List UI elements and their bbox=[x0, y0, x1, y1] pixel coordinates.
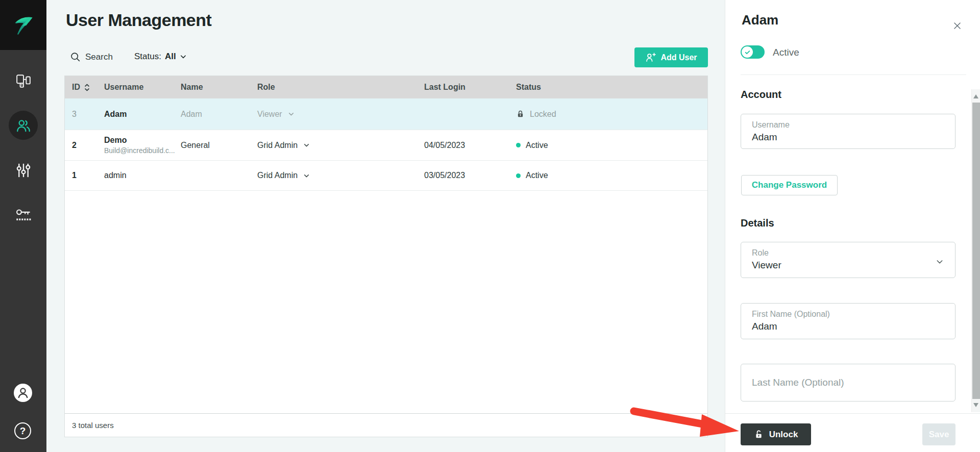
scrollbar-thumb[interactable] bbox=[972, 103, 980, 399]
status-filter-dropdown[interactable]: Status: All bbox=[134, 52, 187, 62]
save-button[interactable]: Save bbox=[922, 423, 955, 445]
active-status-dot bbox=[516, 143, 521, 147]
check-icon bbox=[744, 49, 751, 56]
first-name-field-value: Adam bbox=[752, 321, 944, 332]
account-section-heading: Account bbox=[741, 89, 781, 101]
cell-name: General bbox=[181, 141, 257, 150]
sidebar-item-license[interactable] bbox=[9, 200, 38, 229]
status-filter-value: All bbox=[165, 52, 176, 62]
cell-status: Locked bbox=[516, 110, 707, 119]
cell-name: Adam bbox=[181, 110, 257, 119]
license-key-icon bbox=[15, 208, 32, 221]
user-details-panel: Adam Active Account Username Adam Change… bbox=[725, 0, 980, 452]
sidebar-item-settings[interactable] bbox=[9, 156, 38, 185]
cell-id: 1 bbox=[72, 171, 104, 180]
help-icon: ? bbox=[14, 422, 31, 439]
column-header-id[interactable]: ID bbox=[72, 83, 104, 92]
unlock-button[interactable]: Unlock bbox=[741, 423, 811, 445]
unlock-button-label: Unlock bbox=[769, 430, 798, 440]
table-row-demo[interactable]: 2 Demo Build@incredibuild.c... General G… bbox=[65, 130, 707, 161]
chevron-down-icon bbox=[303, 142, 310, 148]
divider bbox=[725, 413, 980, 414]
cell-username: Adam bbox=[104, 110, 181, 119]
lock-icon bbox=[516, 110, 525, 118]
search-input[interactable]: Search bbox=[70, 52, 113, 62]
column-header-username: Username bbox=[104, 83, 181, 92]
last-name-field-placeholder: Last Name (Optional) bbox=[752, 377, 844, 388]
username-field-label: Username bbox=[752, 120, 944, 130]
divider bbox=[741, 74, 966, 75]
cell-id: 2 bbox=[72, 141, 104, 150]
scroll-down-icon[interactable] bbox=[973, 403, 978, 407]
unlock-icon bbox=[754, 430, 764, 439]
sidebar-item-users[interactable] bbox=[9, 111, 38, 140]
active-status-toggle[interactable] bbox=[741, 45, 765, 59]
table-row-admin[interactable]: 1 admin Grid Admin 03/05/2023 Active bbox=[65, 161, 707, 191]
status-filter-label: Status: bbox=[134, 52, 161, 62]
column-header-status: Status bbox=[516, 83, 707, 92]
cell-id: 3 bbox=[72, 110, 104, 119]
close-panel-button[interactable] bbox=[950, 18, 964, 33]
add-user-icon bbox=[645, 52, 656, 63]
cell-status: Active bbox=[516, 141, 707, 150]
toggle-knob bbox=[742, 46, 753, 58]
username-field-value: Adam bbox=[752, 132, 944, 143]
column-header-role: Role bbox=[257, 83, 424, 92]
first-name-field[interactable]: First Name (Optional) Adam bbox=[741, 303, 955, 339]
add-user-button[interactable]: Add User bbox=[634, 47, 708, 67]
chevron-down-icon bbox=[303, 172, 310, 179]
sidebar-item-help[interactable]: ? bbox=[14, 422, 31, 439]
chevron-down-icon bbox=[288, 111, 295, 117]
last-name-field[interactable]: Last Name (Optional) bbox=[741, 364, 955, 401]
first-name-field-label: First Name (Optional) bbox=[752, 310, 944, 319]
change-password-button[interactable]: Change Password bbox=[741, 175, 838, 195]
brand-logo[interactable] bbox=[0, 0, 46, 50]
chevron-down-icon bbox=[936, 258, 944, 266]
status-label: Active bbox=[526, 141, 548, 150]
cell-username: admin bbox=[104, 171, 181, 180]
details-section-heading: Details bbox=[741, 217, 774, 229]
table-footer: 3 total users bbox=[65, 413, 707, 437]
sliders-icon bbox=[16, 163, 31, 178]
users-table: ID Username Name Role Last Login Status … bbox=[64, 76, 708, 437]
add-user-label: Add User bbox=[660, 53, 697, 62]
total-users-count: 3 total users bbox=[72, 421, 114, 430]
sidebar: ? bbox=[0, 0, 46, 452]
cell-username: Demo bbox=[104, 136, 181, 145]
username-field[interactable]: Username Adam bbox=[741, 114, 955, 149]
page-title: User Management bbox=[66, 10, 211, 30]
account-avatar-icon bbox=[13, 383, 33, 403]
column-header-last-login: Last Login bbox=[424, 83, 516, 92]
role-select[interactable]: Role Viewer bbox=[741, 242, 955, 278]
role-select-label: Role bbox=[752, 248, 944, 258]
sort-icon[interactable] bbox=[84, 83, 90, 92]
cell-last-login: 03/05/2023 bbox=[424, 171, 516, 180]
brand-logo-icon bbox=[13, 14, 34, 36]
cell-email: Build@incredibuild.c... bbox=[104, 146, 178, 155]
search-placeholder: Search bbox=[85, 52, 113, 62]
chevron-down-icon bbox=[180, 53, 187, 60]
role-dropdown[interactable]: Grid Admin bbox=[257, 171, 424, 180]
search-icon bbox=[70, 52, 81, 62]
role-dropdown[interactable]: Grid Admin bbox=[257, 141, 424, 150]
table-row-adam[interactable]: 3 Adam Adam Viewer Locked bbox=[65, 98, 707, 130]
sidebar-item-agents[interactable] bbox=[9, 66, 38, 95]
column-header-name: Name bbox=[181, 83, 257, 92]
cell-last-login: 04/05/2023 bbox=[424, 141, 516, 150]
sidebar-item-account[interactable] bbox=[13, 383, 33, 403]
toggle-label: Active bbox=[773, 47, 799, 58]
role-select-value: Viewer bbox=[752, 260, 944, 271]
panel-title: Adam bbox=[742, 12, 778, 28]
table-empty-area bbox=[65, 191, 707, 413]
table-header-row: ID Username Name Role Last Login Status bbox=[65, 76, 707, 98]
close-icon bbox=[952, 21, 962, 31]
users-icon bbox=[15, 118, 32, 133]
status-label: Locked bbox=[530, 110, 556, 119]
scroll-up-icon[interactable] bbox=[973, 94, 978, 98]
status-label: Active bbox=[526, 171, 548, 180]
cell-status: Active bbox=[516, 171, 707, 180]
panel-scrollbar[interactable] bbox=[971, 89, 980, 412]
role-dropdown[interactable]: Viewer bbox=[257, 110, 424, 119]
agents-icon bbox=[16, 74, 31, 88]
active-status-dot bbox=[516, 173, 521, 178]
